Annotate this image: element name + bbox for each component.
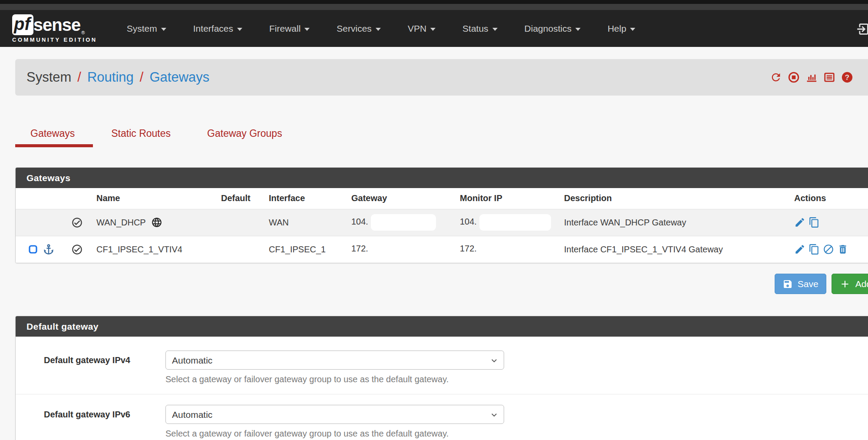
check-circle-icon [71,217,89,228]
save-button-label: Save [798,279,818,289]
redaction-box [479,214,551,231]
default-cell [218,236,265,263]
refresh-icon[interactable] [770,71,782,83]
default-gateway-ipv6-select[interactable]: Automatic [165,405,504,424]
check-circle-icon [71,244,89,255]
svg-text:?: ? [845,73,849,82]
copy-icon[interactable] [809,244,820,255]
log-icon[interactable] [823,71,835,83]
tab-static-routes[interactable]: Static Routes [93,122,189,147]
chevron-down-icon [161,28,166,31]
chevron-down-icon [492,28,498,31]
gateway-cell: 104. [348,209,456,236]
menu-vpn[interactable]: VPN [408,23,436,34]
menu-diagnostics[interactable]: Diagnostics [525,23,581,34]
chevron-down-icon [430,28,436,31]
name-cell: WAN_DHCP [93,209,218,236]
col-interface: Interface [265,188,348,209]
menu-status[interactable]: Status [462,23,498,34]
pfsense-logo[interactable]: pfsense® COMMUNITY EDITION [12,14,97,43]
breadcrumb-bar: System / Routing / Gateways ? [15,59,868,96]
menu-help-label: Help [607,23,626,34]
menu-interfaces[interactable]: Interfaces [193,23,242,34]
add-button[interactable]: Add [832,274,868,294]
add-button-label: Add [855,279,868,289]
name-cell: CF1_IPSEC_1_VTIV4 [93,236,218,263]
tab-gateways[interactable]: Gateways [15,122,93,147]
table-header-row: Name Default Interface Gateway Monitor I… [16,188,868,209]
description-cell: Interface WAN_DHCP Gateway [561,209,791,236]
overlay-cell [16,209,68,236]
gateways-table: Name Default Interface Gateway Monitor I… [16,188,868,263]
logout-icon[interactable] [855,22,868,36]
chevron-down-icon [237,28,242,31]
breadcrumb-action-icons: ? [770,71,853,83]
col-gateway: Gateway [348,188,456,209]
chevron-down-icon [304,28,310,31]
breadcrumb-system: System [26,69,71,85]
stop-icon[interactable] [788,71,800,83]
logo-registered-mark: ® [81,30,85,35]
table-row: WAN_DHCP WAN 104. 104. Interface WAN_DHC… [16,209,868,236]
default-gateway-ipv4-label: Default gateway IPv4 [16,351,165,370]
col-name: Name [93,188,218,209]
redaction-box [371,241,436,258]
monitor-graph-icon[interactable] [805,71,818,83]
actions-cell [791,209,868,236]
logo-pf: pf [12,14,33,35]
plus-icon [839,278,851,290]
edit-icon[interactable] [794,244,805,255]
menu-services-label: Services [337,23,372,34]
gateway-ip: 104. [351,217,368,226]
monitor-ip-cell: 104. [456,209,561,236]
menu-firewall[interactable]: Firewall [269,23,310,34]
monitor-ip: 172. [460,244,477,254]
gateway-cell: 172. [348,236,456,263]
breadcrumb-routing-link[interactable]: Routing [87,69,134,85]
disable-icon[interactable] [823,244,834,255]
top-navbar: pfsense® COMMUNITY EDITION System Interf… [0,10,868,47]
description-cell: Interface CF1_IPSEC_1_VTIV4 Gateway [561,236,791,263]
gateways-panel-title: Gateways [16,168,868,188]
breadcrumb: System / Routing / Gateways [26,69,209,85]
menu-interfaces-label: Interfaces [193,23,233,34]
breadcrumb-gateways-link[interactable]: Gateways [149,69,209,85]
window-chrome-strip [0,0,868,4]
delete-icon[interactable] [837,244,848,255]
actions-cell [791,236,868,263]
col-actions: Actions [791,188,868,209]
default-gateway-globe-icon [151,217,162,228]
col-status [68,188,93,209]
copy-icon[interactable] [809,217,820,228]
gateway-name: WAN_DHCP [96,218,146,228]
col-description: Description [561,188,791,209]
gateway-ip: 172. [351,244,368,254]
edit-icon[interactable] [794,217,805,228]
tab-gateway-groups[interactable]: Gateway Groups [189,122,300,147]
menu-help[interactable]: Help [607,23,635,34]
col-monitor-ip: Monitor IP [456,188,561,209]
menu-system[interactable]: System [127,23,166,34]
square-outline-icon [28,244,38,255]
default-gateway-ipv4-help: Select a gateway or failover gateway gro… [165,374,504,384]
window-chrome-strip-2 [0,4,868,10]
chevron-down-icon [376,28,381,31]
default-gateway-panel-title: Default gateway [16,316,868,337]
menu-services[interactable]: Services [337,23,381,34]
redaction-box [479,241,551,258]
status-cell [68,209,93,236]
menu-firewall-label: Firewall [269,23,300,34]
form-row-ipv6: Default gateway IPv6 Automatic Select a … [16,394,868,440]
save-button[interactable]: Save [775,274,826,294]
help-icon[interactable]: ? [841,71,853,83]
logo-edition: COMMUNITY EDITION [12,36,97,43]
menu-status-label: Status [462,23,488,34]
default-gateway-ipv4-select[interactable]: Automatic [165,351,504,370]
default-gateway-panel: Default gateway Default gateway IPv4 Aut… [15,316,868,440]
button-row: Save Add [15,274,868,294]
logo-sense: sense [33,15,80,34]
page-container: System / Routing / Gateways ? Gat [15,59,868,440]
chevron-down-icon [575,28,581,31]
interface-cell: CF1_IPSEC_1 [265,236,348,263]
col-overlay [16,188,68,209]
